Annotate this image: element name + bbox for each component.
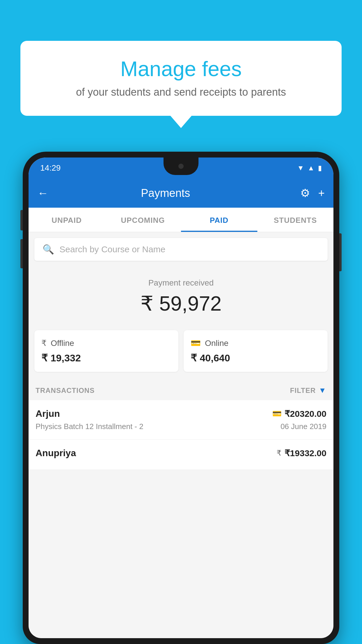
app-bar-title: Payments: [55, 187, 276, 200]
transaction-bottom-arjun: Physics Batch 12 Installment - 2 06 June…: [36, 422, 326, 431]
add-icon[interactable]: +: [318, 187, 325, 200]
signal-icon: ▲: [307, 164, 314, 172]
speech-bubble: Manage fees of your students and send re…: [20, 41, 342, 116]
transaction-type-icon-anupriya: ₹: [277, 449, 282, 458]
filter-button[interactable]: FILTER ▼: [290, 386, 326, 395]
transaction-amount-wrap-anupriya: ₹ ₹19332.00: [277, 448, 326, 458]
transaction-row-anupriya[interactable]: Anupriya ₹ ₹19332.00: [29, 440, 333, 470]
phone-frame: 14:29 ▼ ▲ ▮ ← Payments ⚙ +: [23, 152, 339, 644]
back-button[interactable]: ←: [37, 187, 48, 200]
filter-icon: ▼: [319, 386, 326, 395]
tab-unpaid[interactable]: UNPAID: [29, 208, 105, 232]
transaction-name-anupriya: Anupriya: [36, 448, 76, 459]
online-label: Online: [205, 339, 229, 348]
transaction-amount-arjun: ₹20320.00: [284, 409, 326, 419]
offline-icon: ₹: [41, 338, 47, 348]
transaction-amount-wrap-arjun: 💳 ₹20320.00: [272, 409, 326, 419]
tab-students[interactable]: STUDENTS: [257, 208, 334, 232]
tabs: UNPAID UPCOMING PAID STUDENTS: [29, 208, 333, 232]
online-card: 💳 Online ₹ 40,640: [184, 330, 328, 372]
search-placeholder-text: Search by Course or Name: [59, 244, 166, 254]
phone-button-right: [339, 233, 342, 271]
transaction-top-anupriya: Anupriya ₹ ₹19332.00: [36, 448, 326, 459]
online-card-header: 💳 Online: [191, 338, 321, 348]
filter-label: FILTER: [290, 386, 316, 395]
status-time: 14:29: [40, 163, 61, 173]
transaction-amount-anupriya: ₹19332.00: [284, 448, 326, 458]
transaction-date-arjun: 06 June 2019: [280, 422, 326, 431]
phone-button-left2: [20, 239, 23, 268]
payment-received-amount: ₹ 59,972: [34, 292, 328, 316]
payment-cards: ₹ Offline ₹ 19,332 💳 Online ₹ 40,640: [29, 324, 333, 381]
transaction-row-arjun[interactable]: Arjun 💳 ₹20320.00 Physics Batch 12 Insta…: [29, 400, 333, 440]
search-bar[interactable]: 🔍 Search by Course or Name: [34, 238, 328, 261]
transaction-top-arjun: Arjun 💳 ₹20320.00: [36, 408, 326, 419]
transaction-name-arjun: Arjun: [36, 408, 60, 419]
transactions-header: TRANSACTIONS FILTER ▼: [29, 381, 333, 400]
offline-label: Offline: [51, 339, 74, 348]
camera-dot: [178, 164, 184, 169]
transactions-label: TRANSACTIONS: [36, 386, 95, 395]
online-amount: ₹ 40,640: [191, 352, 321, 364]
online-icon: 💳: [191, 338, 201, 348]
tab-paid[interactable]: PAID: [181, 208, 257, 232]
battery-icon: ▮: [318, 164, 322, 172]
app-bar-actions: ⚙ +: [300, 187, 325, 200]
speech-bubble-container: Manage fees of your students and send re…: [20, 41, 342, 116]
phone-button-left: [20, 210, 23, 230]
transaction-course-arjun: Physics Batch 12 Installment - 2: [36, 422, 143, 431]
status-bar: 14:29 ▼ ▲ ▮: [29, 158, 333, 178]
bubble-title: Manage fees: [38, 57, 324, 81]
status-icons: ▼ ▲ ▮: [297, 164, 322, 172]
offline-card-header: ₹ Offline: [41, 338, 171, 348]
wifi-icon: ▼: [297, 164, 304, 172]
status-notch: [164, 158, 198, 175]
app-content: 🔍 Search by Course or Name Payment recei…: [29, 232, 333, 638]
bubble-subtitle: of your students and send receipts to pa…: [38, 86, 324, 98]
tab-upcoming[interactable]: UPCOMING: [105, 208, 181, 232]
phone-screen: 14:29 ▼ ▲ ▮ ← Payments ⚙ +: [29, 158, 333, 638]
offline-amount: ₹ 19,332: [41, 352, 171, 364]
phone-inner: 14:29 ▼ ▲ ▮ ← Payments ⚙ +: [24, 153, 338, 643]
settings-icon[interactable]: ⚙: [300, 187, 310, 200]
offline-card: ₹ Offline ₹ 19,332: [34, 330, 178, 372]
payment-received-section: Payment received ₹ 59,972: [29, 267, 333, 324]
app-bar: ← Payments ⚙ +: [29, 178, 333, 208]
search-icon: 🔍: [43, 244, 54, 255]
payment-received-label: Payment received: [34, 278, 328, 288]
transaction-type-icon-arjun: 💳: [272, 409, 282, 418]
